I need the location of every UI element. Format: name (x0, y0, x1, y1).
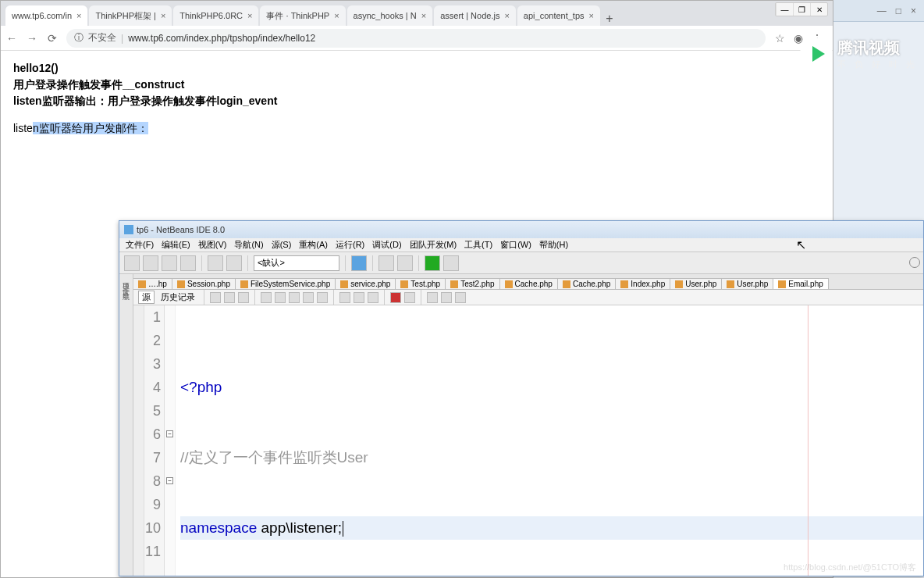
browser-tab[interactable]: async_hooks | N× (347, 5, 433, 26)
site-info-icon[interactable]: ⓘ (74, 31, 84, 45)
ide-toolbar: <缺认> (119, 252, 923, 274)
bg-min[interactable]: — (877, 5, 887, 16)
editor-tool-button[interactable] (224, 292, 235, 303)
file-tab[interactable]: User.php (670, 278, 722, 289)
file-tab[interactable]: Session.php (172, 278, 236, 289)
menu-item[interactable]: 帮助(H) (536, 239, 571, 251)
php-file-icon (400, 280, 408, 288)
menu-item[interactable]: 窗口(W) (497, 239, 535, 251)
run-globe-button[interactable] (351, 255, 367, 271)
editor-tool-button[interactable] (303, 292, 314, 303)
redo-button[interactable] (226, 255, 242, 271)
editor-tool-button[interactable] (368, 292, 378, 303)
debug-button[interactable] (443, 255, 459, 271)
tab-close-icon[interactable]: × (334, 11, 339, 20)
new-file-button[interactable] (124, 255, 140, 271)
ide-title: tp6 - NetBeans IDE 8.0 (137, 225, 225, 234)
editor-tool-button[interactable] (275, 292, 286, 303)
tab-close-icon[interactable]: × (76, 11, 81, 20)
file-tab[interactable]: Test.php (395, 278, 446, 289)
bookmark-icon[interactable]: ☆ (773, 32, 786, 45)
win-min[interactable]: — (776, 3, 793, 16)
fold-toggle-icon[interactable]: − (166, 430, 173, 437)
reload-button[interactable]: ⟳ (46, 32, 59, 45)
browser-tab[interactable]: api_content_tps× (517, 5, 600, 26)
new-tab-button[interactable]: + (602, 12, 617, 26)
editor-tool-button[interactable] (441, 292, 452, 303)
undo-button[interactable] (208, 255, 223, 271)
file-tab[interactable]: Test2.php (445, 278, 499, 289)
tab-close-icon[interactable]: × (421, 11, 426, 20)
editor-tool-button[interactable] (455, 292, 466, 303)
right-margin-line (808, 305, 808, 576)
tab-label: ThinkPHP框架 | (95, 10, 155, 22)
ide-title-bar[interactable]: tp6 - NetBeans IDE 8.0 (119, 221, 923, 238)
menu-item[interactable]: 团队开发(M) (407, 239, 460, 251)
file-tab[interactable]: ….hp (133, 278, 172, 289)
file-tab[interactable]: Cache.php (557, 278, 616, 289)
editor-tool-button[interactable] (404, 292, 415, 303)
bg-close[interactable]: × (911, 5, 916, 16)
new-project-button[interactable] (143, 255, 158, 271)
editor-tool-button[interactable] (210, 292, 221, 303)
fold-toggle-icon[interactable]: − (166, 477, 173, 484)
menu-item[interactable]: 运行(R) (332, 239, 368, 251)
search-icon[interactable] (909, 257, 920, 268)
menu-item[interactable]: 源(S) (268, 239, 295, 251)
clean-button[interactable] (397, 255, 413, 271)
editor-tool-button[interactable] (238, 292, 249, 303)
tab-close-icon[interactable]: × (504, 11, 509, 20)
address-bar: ← → ⟳ ⓘ 不安全 | ☆ ◉ ⋮ (1, 26, 833, 51)
file-tab[interactable]: Cache.php (499, 278, 558, 289)
win-max[interactable]: ❐ (793, 3, 810, 16)
code-editor[interactable]: 1234567891011 − − <?php //定义了一个事件监听类User… (133, 305, 923, 576)
file-tab[interactable]: FileSystemService.php (235, 278, 336, 289)
url-field[interactable]: ⓘ 不安全 | (66, 29, 766, 48)
bg-max[interactable]: □ (896, 5, 901, 16)
browser-tab[interactable]: 事件 · ThinkPHP× (260, 5, 345, 26)
win-close[interactable]: ✕ (810, 3, 827, 16)
url-input[interactable] (128, 33, 758, 44)
menu-item[interactable]: 视图(V) (195, 239, 230, 251)
php-file-icon (177, 280, 185, 288)
php-file-icon (727, 280, 734, 288)
menu-item[interactable]: 文件(F) (123, 239, 157, 251)
output-line: listen监听器输出：用户登录操作触发事件login_event (13, 93, 820, 109)
open-button[interactable] (162, 255, 177, 271)
file-tab[interactable]: Email.php (773, 278, 828, 289)
ide-sidebar: 项目 文件 导航 (119, 274, 133, 576)
source-view-button[interactable]: 源 (138, 291, 155, 304)
run-button[interactable] (425, 255, 440, 271)
breakpoint-button[interactable] (390, 292, 401, 303)
file-tab[interactable]: User.php (721, 278, 773, 289)
file-tab[interactable]: service.php (335, 278, 396, 289)
menu-item[interactable]: 编辑(E) (158, 239, 194, 251)
forward-button[interactable]: → (26, 32, 38, 45)
tab-close-icon[interactable]: × (247, 11, 252, 20)
browser-tab[interactable]: ThinkPHP框架 |× (89, 5, 172, 26)
config-combo[interactable]: <缺认> (254, 255, 339, 271)
editor-tool-button[interactable] (317, 292, 328, 303)
menu-item[interactable]: 工具(T) (461, 239, 496, 251)
browser-tab[interactable]: assert | Node.js× (434, 5, 516, 26)
source-area[interactable]: <?php //定义了一个事件监听类User namespace app\lis… (176, 305, 923, 576)
netbeans-ide-window: tp6 - NetBeans IDE 8.0 文件(F) 编辑(E) 视图(V)… (119, 220, 924, 576)
menu-item[interactable]: 调试(D) (369, 239, 404, 251)
build-button[interactable] (378, 255, 394, 271)
php-file-icon (675, 280, 683, 288)
tab-close-icon[interactable]: × (589, 11, 594, 20)
history-view-button[interactable]: 历史记录 (158, 291, 198, 303)
save-all-button[interactable] (180, 255, 196, 271)
editor-tool-button[interactable] (289, 292, 300, 303)
browser-tab[interactable]: ThinkPHP6.0RC× (173, 5, 258, 26)
editor-tool-button[interactable] (427, 292, 438, 303)
editor-tool-button[interactable] (339, 292, 350, 303)
editor-tool-button[interactable] (261, 292, 272, 303)
browser-tab[interactable]: www.tp6.com/in× (5, 5, 87, 26)
tab-close-icon[interactable]: × (161, 11, 165, 20)
editor-tool-button[interactable] (354, 292, 364, 303)
menu-item[interactable]: 重构(A) (296, 239, 331, 251)
file-tab[interactable]: Index.php (615, 278, 670, 289)
menu-item[interactable]: 导航(N) (231, 239, 266, 251)
back-button[interactable]: ← (5, 32, 18, 45)
